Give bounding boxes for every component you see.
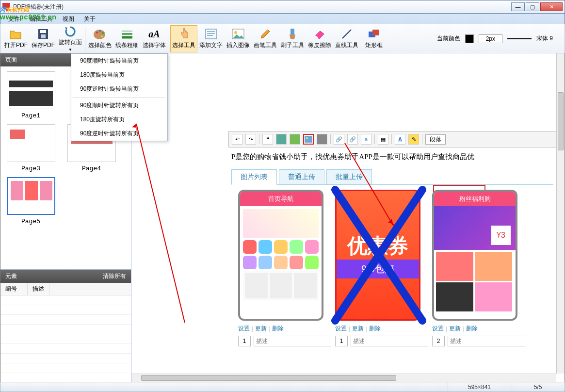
clear-all-button[interactable]: 清除所有 xyxy=(103,272,126,280)
select-tool-button[interactable]: 选择工具 xyxy=(170,25,197,52)
document-canvas[interactable]: ↶ ↷ ❝ 🔗 🔗 a ▦ A ✎ 段落 P是您的购物省钱小助手 xyxy=(131,53,565,382)
card-set[interactable]: 设置 xyxy=(238,325,250,333)
rte-anchor-icon[interactable]: a xyxy=(361,134,371,145)
svg-point-6 xyxy=(102,32,104,34)
image-card-1: 首页导航 设置|更新|删除 xyxy=(238,190,325,346)
rect-tool-button[interactable]: 矩形框 xyxy=(360,25,387,52)
svg-point-7 xyxy=(101,35,103,37)
save-pdf-button[interactable]: 保存PDF xyxy=(30,25,57,52)
rotate-180-current[interactable]: 180度旋转当前页 xyxy=(71,68,167,82)
rte-insert-image-icon[interactable] xyxy=(303,134,314,145)
image-card-3: 粉丝福利购 ¥3 设置|更新|删除 xyxy=(432,190,519,346)
tab-image-list[interactable]: 图片列表 xyxy=(231,169,277,185)
page-thumb-5[interactable]: Page5 xyxy=(5,177,56,225)
rotate-ccw90-all[interactable]: 90度逆时针旋转所有页 xyxy=(71,127,167,141)
elements-rows xyxy=(0,295,131,382)
rte-undo-icon[interactable]: ↶ xyxy=(232,134,242,145)
rte-table-icon[interactable]: ▦ xyxy=(378,134,388,145)
eraser-button[interactable]: 橡皮擦除 xyxy=(306,25,333,52)
doc-body-text: P是您的购物省钱小助手，找优惠券助手APP是一款可以帮助用户查找商品优 xyxy=(228,147,556,166)
rte-pic1-icon[interactable] xyxy=(276,134,287,145)
rte-bg-color-icon[interactable]: ✎ xyxy=(408,134,419,145)
rotate-ccw90-current[interactable]: 90度逆时针旋转当前页 xyxy=(71,82,167,96)
pick-color-button[interactable]: 选择颜色 xyxy=(86,25,113,52)
pen-tool-button[interactable]: 画笔工具 xyxy=(252,25,279,52)
minimize-button[interactable]: — xyxy=(511,2,525,11)
status-dimensions: 595×841 xyxy=(448,382,511,392)
main-toolbar: 打开PDF 保存PDF 旋转页面▼ 选择颜色 线条粗细 aA选择字体 选择工具 … xyxy=(0,24,565,53)
floppy-icon xyxy=(36,28,50,40)
maximize-button[interactable]: ▢ xyxy=(526,2,539,11)
hand-point-icon xyxy=(177,28,191,40)
elements-columns: 编号描述 xyxy=(0,283,131,295)
tab-normal-upload[interactable]: 普通上传 xyxy=(279,169,324,184)
svg-rect-1 xyxy=(40,30,46,33)
font-icon: aA xyxy=(147,28,161,40)
line-tool-button[interactable]: 直线工具 xyxy=(333,25,360,52)
svg-rect-11 xyxy=(206,29,216,39)
phone-mockup-3: 粉丝福利购 ¥3 xyxy=(432,190,517,321)
line-sample xyxy=(507,38,532,39)
card-del[interactable]: 删除 xyxy=(272,325,284,333)
menubar: 文件 编辑工具 视图 关于 xyxy=(0,14,565,24)
rotate-cw90-current[interactable]: 90度顺时针旋转当前页 xyxy=(71,54,167,68)
rotate-dropdown-menu: 90度顺时针旋转当前页 180度旋转当前页 90度逆时针旋转当前页 90度顺时针… xyxy=(71,53,168,141)
brush-tool-button[interactable]: 刷子工具 xyxy=(279,25,306,52)
rte-redo-icon[interactable]: ↷ xyxy=(245,134,256,145)
menu-edit-tools[interactable]: 编辑工具 xyxy=(25,14,58,25)
menu-file[interactable]: 文件 xyxy=(3,14,25,25)
rte-pic2-icon[interactable] xyxy=(290,134,300,145)
rectangles-icon xyxy=(367,28,381,40)
folder-open-icon xyxy=(9,28,23,40)
menu-view[interactable]: 视图 xyxy=(58,14,79,25)
window-titlebar: PDF编辑器(未注册) — ▢ ✕ xyxy=(0,0,565,14)
current-color-swatch[interactable] xyxy=(465,34,474,43)
phone-mockup-1: 首页导航 xyxy=(238,190,323,321)
svg-rect-21 xyxy=(305,136,312,143)
palette-icon xyxy=(93,28,107,40)
rte-toolbar: ↶ ↷ ❝ 🔗 🔗 a ▦ A ✎ 段落 xyxy=(228,131,556,147)
page-thumb-1[interactable]: Page1 xyxy=(5,71,56,119)
line-weight-button[interactable]: 线条粗细 xyxy=(113,25,141,52)
rte-link-icon[interactable]: 🔗 xyxy=(334,134,344,145)
pencil-icon xyxy=(258,28,272,40)
rotate-cw90-all[interactable]: 90度顺时针旋转所有页 xyxy=(71,98,167,113)
rotate-page-button[interactable]: 旋转页面▼ xyxy=(57,25,84,52)
rte-quote-icon[interactable]: ❝ xyxy=(262,134,273,145)
svg-point-5 xyxy=(99,30,101,32)
rotate-icon xyxy=(64,26,77,37)
font-label[interactable]: 宋体 9 xyxy=(536,34,553,43)
svg-rect-20 xyxy=(372,30,379,35)
horizontal-scrollbar[interactable] xyxy=(131,374,556,382)
close-button[interactable]: ✕ xyxy=(540,2,563,11)
window-title: PDF编辑器(未注册) xyxy=(13,3,510,11)
statusbar: 595×841 5/5 xyxy=(0,382,565,392)
insert-image-button[interactable]: 插入图像 xyxy=(225,25,252,52)
open-pdf-button[interactable]: 打开PDF xyxy=(2,25,30,52)
rte-font-color-icon[interactable]: A xyxy=(395,134,405,145)
rte-unlink-icon[interactable]: 🔗 xyxy=(347,134,358,145)
status-blank xyxy=(332,382,448,392)
card-upd[interactable]: 更新 xyxy=(255,325,267,333)
current-color-label: 当前颜色 xyxy=(437,34,460,43)
card-desc-input[interactable] xyxy=(254,336,331,346)
rotate-180-all[interactable]: 180度旋转所有页 xyxy=(71,113,167,127)
svg-line-25 xyxy=(136,124,185,323)
rte-paragraph-select[interactable]: 段落 xyxy=(425,134,446,145)
svg-point-22 xyxy=(306,137,308,139)
svg-line-18 xyxy=(342,30,351,38)
rte-film-icon[interactable] xyxy=(317,134,327,145)
page-thumb-3[interactable]: Page3 xyxy=(5,124,56,172)
phone-mockup-2: 优惠券 9.9包邮 xyxy=(335,190,420,321)
add-text-button[interactable]: 添加文字 xyxy=(197,25,225,52)
svg-point-16 xyxy=(234,31,237,34)
menu-about[interactable]: 关于 xyxy=(79,14,100,25)
line-px-value[interactable]: 2px xyxy=(479,34,502,43)
pick-font-button[interactable]: aA选择字体 xyxy=(141,25,168,52)
svg-rect-2 xyxy=(41,34,46,38)
upload-tabs: 图片列表 普通上传 批量上传 xyxy=(231,169,553,185)
tab-batch-upload[interactable]: 批量上传 xyxy=(326,169,372,184)
card-index-input[interactable] xyxy=(238,336,251,346)
vertical-scrollbar[interactable] xyxy=(556,53,565,374)
brush-icon xyxy=(286,28,299,40)
